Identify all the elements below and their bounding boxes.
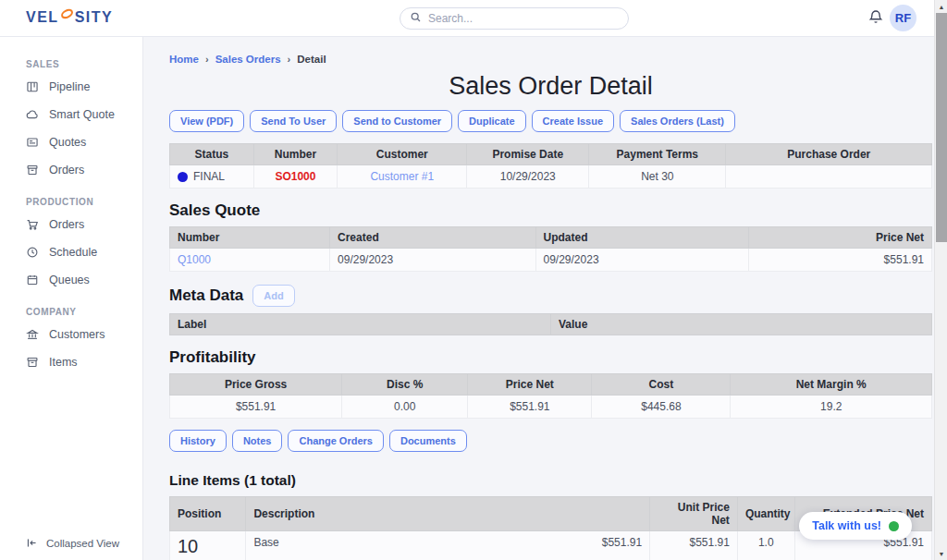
column-header: Payment Terms	[589, 144, 726, 165]
profitability-title: Profitability	[169, 348, 932, 367]
documents-button[interactable]: Documents	[389, 430, 467, 452]
customer-link[interactable]: Customer #1	[370, 170, 434, 183]
price-gross: $551.91	[170, 396, 342, 419]
quote-link[interactable]: Q1000	[178, 253, 211, 266]
search-icon	[410, 10, 422, 27]
column-header: Unit Price Net	[650, 497, 738, 531]
sidebar-item-smart-quote[interactable]: Smart Quote	[0, 101, 142, 128]
box-icon	[26, 356, 39, 369]
line-item-base-label: Base	[253, 536, 278, 549]
line-item-quantity: 1.0	[737, 531, 794, 560]
sidebar-item-label: Quotes	[49, 136, 86, 149]
send-to-customer-button[interactable]: Send to Customer	[342, 110, 452, 132]
meta-data-table: Label Value	[169, 313, 932, 335]
column-header: Description	[246, 497, 650, 531]
quote-price-net: $551.91	[749, 249, 932, 272]
user-avatar[interactable]: RF	[890, 5, 916, 31]
column-header: Promise Date	[467, 144, 589, 165]
breadcrumb: Home › Sales Orders › Detail	[169, 54, 932, 65]
quote-updated: 09/29/2023	[535, 249, 749, 272]
sidebar-item-sales-orders[interactable]: Orders	[0, 156, 142, 184]
sidebar-item-customers[interactable]: Customers	[0, 321, 142, 348]
kanban-icon	[26, 80, 39, 93]
column-header: Price Gross	[170, 374, 342, 396]
breadcrumb-sales-orders-link[interactable]: Sales Orders	[215, 54, 281, 65]
collapsed-view-toggle[interactable]: Collapsed View	[26, 537, 119, 549]
line-item-base-price: $551.91	[602, 536, 642, 549]
detail-tab-buttons: History Notes Change Orders Documents	[169, 430, 932, 452]
logo-text-pre: VEL	[26, 9, 59, 26]
sidebar-item-schedule[interactable]: Schedule	[0, 238, 142, 266]
avatar-initials: RF	[895, 11, 911, 25]
sidebar-item-label: Pipeline	[49, 80, 90, 93]
column-header: Quantity	[737, 497, 794, 531]
sidebar-item-queues[interactable]: Queues	[0, 266, 142, 294]
sidebar-item-label: Items	[49, 356, 78, 369]
sidebar-item-label: Smart Quote	[49, 108, 115, 121]
notes-button[interactable]: Notes	[232, 430, 283, 452]
sales-quote-table: Number Created Updated Price Net Q1000 0…	[169, 226, 932, 272]
cart-icon	[26, 218, 39, 231]
chat-label: Talk with us!	[812, 519, 881, 532]
change-orders-button[interactable]: Change Orders	[288, 430, 383, 452]
sidebar-nav: SALES Pipeline Smart Quote Quotes Orders…	[0, 37, 143, 560]
cloud-icon	[26, 108, 39, 121]
line-items-title: Line Items (1 total)	[169, 472, 932, 489]
column-header: Value	[551, 314, 932, 335]
logo-swoosh-icon	[60, 7, 74, 24]
archive-box-icon	[26, 164, 39, 177]
scroll-up-button[interactable]: ▲	[935, 0, 947, 13]
breadcrumb-current: Detail	[297, 54, 326, 65]
create-issue-button[interactable]: Create Issue	[532, 110, 614, 132]
vertical-scrollbar[interactable]: ▲ ▼	[934, 0, 947, 560]
profitability-table: Price Gross Disc % Price Net Cost Net Ma…	[169, 373, 932, 419]
table-row: $551.91 0.00 $551.91 $445.68 19.2	[170, 396, 932, 419]
duplicate-button[interactable]: Duplicate	[458, 110, 526, 132]
sidebar-item-label: Orders	[49, 218, 84, 231]
sidebar-item-production-orders[interactable]: Orders	[0, 211, 142, 238]
sidebar-item-items[interactable]: Items	[0, 348, 142, 376]
collapsed-view-label: Collapsed View	[46, 538, 119, 549]
notifications-bell-icon[interactable]	[867, 8, 884, 30]
order-action-buttons: View (PDF) Send To User Send to Customer…	[169, 110, 932, 132]
column-header: Updated	[535, 227, 749, 249]
sales-orders-last-button[interactable]: Sales Orders (Last)	[620, 110, 735, 132]
quote-card-icon	[26, 136, 39, 149]
main-content: Home › Sales Orders › Detail Sales Order…	[143, 37, 947, 560]
add-meta-button[interactable]: Add	[252, 285, 294, 307]
column-header: Status	[170, 144, 254, 165]
quote-created: 09/29/2023	[330, 249, 535, 272]
search-input[interactable]: Search...	[400, 7, 629, 30]
column-header: Cost	[592, 374, 731, 396]
column-header: Purchase Order	[726, 144, 932, 165]
column-header: Created	[330, 227, 535, 249]
purchase-order	[726, 165, 932, 189]
scroll-down-button[interactable]: ▼	[935, 547, 947, 560]
scrollbar-thumb[interactable]	[936, 13, 947, 242]
sidebar-item-label: Schedule	[49, 246, 97, 259]
order-summary-table: Status Number Customer Promise Date Paym…	[169, 143, 932, 189]
status-dot-icon	[178, 172, 188, 182]
chat-widget-button[interactable]: Talk with us!	[799, 512, 912, 540]
line-item-position: 10	[178, 536, 238, 557]
top-bar: VEL SITY Search... RF	[0, 0, 947, 37]
payment-terms: Net 30	[589, 165, 726, 189]
price-net: $551.91	[468, 396, 592, 419]
history-button[interactable]: History	[169, 430, 227, 452]
sidebar-item-label: Customers	[49, 328, 105, 341]
cost: $445.68	[592, 396, 731, 419]
column-header: Disc %	[342, 374, 468, 396]
search-placeholder: Search...	[428, 12, 473, 25]
net-margin-pct: 19.2	[731, 396, 932, 419]
status-badge: FINAL	[178, 170, 246, 183]
sidebar-item-pipeline[interactable]: Pipeline	[0, 73, 142, 101]
breadcrumb-home-link[interactable]: Home	[169, 54, 199, 65]
sidebar-item-quotes[interactable]: Quotes	[0, 128, 142, 156]
send-to-user-button[interactable]: Send To User	[250, 110, 337, 132]
clock-icon	[26, 246, 39, 259]
sidebar-section-company: COMPANY	[0, 307, 142, 317]
velosity-logo[interactable]: VEL SITY	[26, 9, 113, 26]
promise-date: 10/29/2023	[467, 165, 589, 189]
collapse-arrow-icon	[26, 537, 38, 549]
view-pdf-button[interactable]: View (PDF)	[169, 110, 244, 132]
